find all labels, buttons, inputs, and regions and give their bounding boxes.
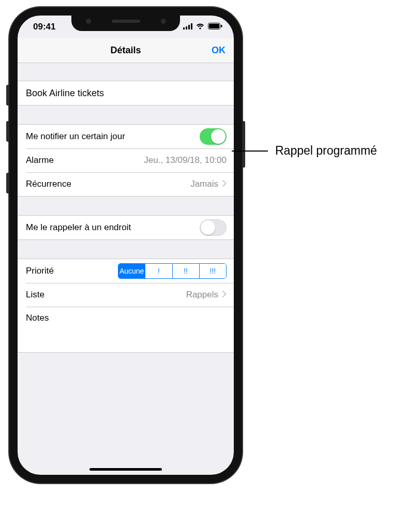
callout-line	[232, 151, 268, 152]
list-value: Rappels	[186, 290, 218, 300]
priority-segmented[interactable]: Aucune ! !! !!!	[118, 263, 227, 279]
notify-location-row: Me le rappeler à un endroit	[18, 216, 234, 239]
done-button[interactable]: OK	[212, 45, 226, 56]
notify-day-row: Me notifier un certain jour	[18, 125, 234, 148]
reminder-title-field[interactable]: Book Airline tickets	[18, 81, 234, 105]
notch	[71, 16, 180, 31]
priority-row: Priorité Aucune ! !! !!!	[18, 259, 234, 283]
notify-location-switch[interactable]	[200, 219, 227, 236]
svg-rect-2	[188, 25, 190, 29]
callout-text: Rappel programmé	[275, 144, 377, 158]
list-label: Liste	[26, 290, 186, 300]
svg-rect-3	[191, 23, 192, 29]
list-row[interactable]: Liste Rappels	[18, 283, 234, 307]
callout: Rappel programmé	[232, 144, 377, 158]
battery-icon	[208, 22, 222, 32]
notify-day-switch[interactable]	[200, 128, 227, 145]
alarm-row[interactable]: Alarme Jeu., 13/09/18, 10:00	[18, 148, 234, 172]
status-time: 09:41	[33, 22, 55, 32]
chevron-right-icon	[222, 290, 227, 300]
repeat-row[interactable]: Récurrence Jamais	[18, 172, 234, 196]
screen: 09:41 Détails OK Book Airl	[18, 16, 234, 475]
svg-rect-5	[209, 24, 219, 28]
svg-rect-1	[186, 26, 187, 29]
repeat-label: Récurrence	[26, 179, 190, 189]
repeat-value: Jamais	[190, 179, 218, 189]
nav-bar: Détails OK	[18, 38, 234, 63]
tableview: Book Airline tickets Me notifier un cert…	[18, 81, 234, 353]
alarm-label: Alarme	[26, 155, 144, 166]
cellular-icon	[183, 22, 192, 32]
priority-option-none[interactable]: Aucune	[118, 264, 145, 278]
reminder-title-text: Book Airline tickets	[26, 88, 227, 99]
svg-rect-0	[183, 27, 185, 29]
nav-title: Détails	[18, 45, 234, 56]
title-group: Book Airline tickets	[18, 81, 234, 106]
notify-day-label: Me notifier un certain jour	[26, 131, 200, 142]
priority-option-high[interactable]: !!!	[199, 264, 226, 278]
priority-option-medium[interactable]: !!	[172, 264, 199, 278]
schedule-group: Me notifier un certain jour Alarme Jeu.,…	[18, 124, 234, 197]
svg-rect-6	[221, 25, 222, 27]
notes-field[interactable]: Notes	[18, 307, 234, 352]
priority-option-low[interactable]: !	[145, 264, 172, 278]
status-indicators	[183, 22, 222, 32]
device-frame: 09:41 Détails OK Book Airl	[9, 7, 242, 483]
chevron-right-icon	[222, 179, 227, 189]
location-group: Me le rappeler à un endroit	[18, 215, 234, 240]
priority-label: Priorité	[26, 266, 118, 276]
notify-location-label: Me le rappeler à un endroit	[26, 222, 200, 233]
notes-label: Notes	[26, 313, 227, 323]
home-indicator[interactable]	[89, 468, 162, 471]
wifi-icon	[196, 22, 205, 32]
details-group: Priorité Aucune ! !! !!! Liste Rappels	[18, 259, 234, 353]
alarm-value: Jeu., 13/09/18, 10:00	[144, 155, 227, 166]
